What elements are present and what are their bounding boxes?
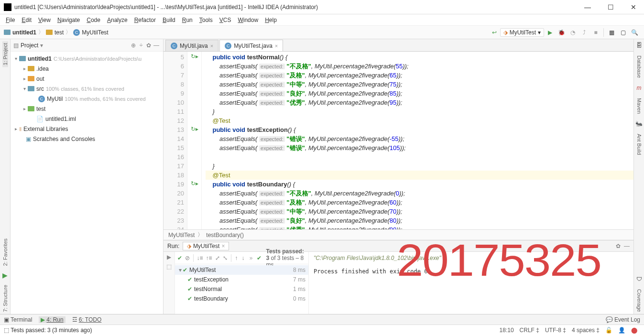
encoding[interactable]: UTF-8 ‡ — [545, 327, 566, 334]
settings-icon[interactable]: ✿ — [145, 42, 153, 49]
status-icon[interactable]: ⬚ — [4, 327, 9, 334]
tree-out[interactable]: ▸out — [11, 74, 163, 84]
run-settings-icon[interactable]: ✿ — [616, 243, 621, 249]
menu-refactor[interactable]: Refactor — [131, 16, 159, 24]
debug-button[interactable]: 🐞 — [557, 28, 566, 37]
layout-icon[interactable]: ▦ — [607, 28, 616, 37]
tree-external[interactable]: ▸⫴External Libraries — [11, 124, 163, 134]
terminal-tab[interactable]: ▣Terminal — [4, 316, 32, 323]
menu-vcs[interactable]: VCS — [217, 16, 234, 24]
menu-analyze[interactable]: Analyze — [104, 16, 131, 24]
rerun-icon[interactable]: ▶ — [167, 254, 171, 260]
gutter-markers[interactable]: ↻▸↻▸↻▸ — [187, 52, 202, 229]
hector-icon[interactable]: 👤 — [618, 327, 625, 334]
coverage-button[interactable]: ◔ — [568, 28, 578, 37]
test-row[interactable]: ✔testBoundary0 ms — [175, 294, 308, 303]
run-gutter-icon[interactable]: ↻▸ — [191, 53, 198, 60]
build-icon[interactable]: ↩ — [490, 28, 499, 37]
expand-icon[interactable]: ⤢ — [215, 253, 220, 263]
menu-edit[interactable]: Edit — [19, 16, 34, 24]
run-config-select[interactable]: ⬗ MyUtilTest ▾ — [500, 28, 544, 37]
project-tree[interactable]: ▾ untitled1 C:\Users\Administrator\IdeaP… — [11, 52, 163, 314]
show-passed-icon[interactable]: ✔ — [177, 253, 183, 263]
crumb-class[interactable]: MyUtilTest — [82, 29, 108, 36]
path-breadcrumb[interactable]: untitled1 〉 test 〉 C MyUtilTest — [4, 28, 109, 36]
minimize-button[interactable]: — — [581, 3, 594, 11]
maven-icon[interactable]: m — [637, 85, 642, 91]
editor-breadcrumb[interactable]: MyUtilTest 〉 testBoundary() — [164, 229, 633, 240]
line-sep[interactable]: CRLF ‡ — [520, 327, 539, 334]
tree-test[interactable]: ▸test — [11, 104, 163, 114]
code-editor[interactable]: 56789101112131415161718192021222324 ↻▸↻▸… — [164, 52, 633, 229]
window-icon[interactable]: ▢ — [618, 28, 628, 37]
project-tool-tab[interactable]: 1: Project — [2, 41, 8, 67]
tree-idea[interactable]: ▸.idea — [11, 64, 163, 74]
tree-src[interactable]: ▾src 100% classes, 61% lines covered — [11, 84, 163, 94]
run-gutter-icon[interactable]: ↻▸ — [191, 126, 198, 132]
crumb-folder[interactable]: test — [55, 29, 64, 36]
prev-icon[interactable]: ↑ — [234, 253, 239, 263]
test-tree[interactable]: ▾✔MyUtilTest8 ms✔testException7 ms✔testN… — [175, 264, 308, 314]
ant-tab[interactable]: Ant Build — [636, 132, 642, 157]
menu-code[interactable]: Code — [84, 16, 103, 24]
tree-scratch[interactable]: ▣Scratches and Consoles — [11, 134, 163, 144]
stop-button[interactable]: ■ — [591, 28, 600, 37]
favorites-tool-tab[interactable]: 2: Favorites — [2, 237, 8, 268]
alert-icon[interactable]: ⬤ — [631, 327, 637, 334]
code-lines[interactable]: public void testNormal() { assertEquals(… — [202, 52, 633, 229]
run-tab-bottom[interactable]: ▶ 4: Run — [39, 316, 65, 323]
crumb-project[interactable]: untitled1 — [12, 29, 36, 36]
menu-help[interactable]: Help — [262, 16, 280, 24]
run-strip-icon[interactable]: ▶ — [2, 271, 8, 279]
run-button[interactable]: ▶ — [545, 28, 555, 37]
run-output[interactable]: "C:\Program Files\Java\jdk1.8.0_102\bin\… — [309, 252, 633, 314]
close-button[interactable]: ✕ — [627, 3, 640, 11]
indent[interactable]: 4 spaces ‡ — [572, 327, 600, 334]
caret-position[interactable]: 18:10 — [500, 327, 514, 334]
menu-run[interactable]: Run — [179, 16, 196, 24]
menu-tools[interactable]: Tools — [196, 16, 216, 24]
tree-iml[interactable]: 📄untitled1.iml — [11, 114, 163, 124]
run-tab[interactable]: ⬗ MyUtilTest × — [183, 242, 229, 250]
hide-panel-icon[interactable]: — — [153, 42, 160, 49]
target-icon[interactable]: ⊕ — [130, 42, 137, 49]
crumb-class[interactable]: MyUtilTest — [168, 232, 195, 238]
collapse-icon[interactable]: ⤡ — [222, 253, 228, 263]
run-gutter-icon[interactable]: ↻▸ — [191, 180, 198, 187]
search-everywhere-icon[interactable]: 🔍 — [630, 28, 639, 37]
menu-view[interactable]: View — [35, 16, 54, 24]
menu-file[interactable]: File — [3, 16, 18, 24]
structure-tool-tab[interactable]: 7: Structure — [2, 283, 8, 314]
todo-tab[interactable]: ☲ 6: TODO — [72, 316, 102, 323]
project-icon — [4, 30, 11, 35]
tree-project-root[interactable]: ▾ untitled1 C:\Users\Administrator\IdeaP… — [11, 54, 163, 64]
stop-run-icon[interactable]: ⬚ — [166, 263, 172, 270]
coverage-icon[interactable]: 🛡 — [636, 276, 642, 282]
test-row[interactable]: ▾✔MyUtilTest8 ms — [175, 265, 308, 275]
menu-window[interactable]: Window — [235, 16, 261, 24]
readonly-icon[interactable]: 🔓 — [605, 327, 612, 334]
sort-icon[interactable]: ↓≡ — [196, 253, 203, 263]
show-ignored-icon[interactable]: ⊘ — [185, 253, 190, 263]
tree-myutil[interactable]: CMyUtil 100% methods, 61% lines covered — [11, 94, 163, 104]
class-icon: C — [73, 29, 80, 36]
collapse-icon[interactable]: ÷ — [137, 42, 145, 49]
menu-build[interactable]: Build — [160, 16, 178, 24]
test-row[interactable]: ✔testException7 ms — [175, 275, 308, 284]
maximize-button[interactable]: ☐ — [604, 3, 617, 11]
profile-button[interactable]: ⤴ — [579, 28, 589, 37]
coverage-tab[interactable]: Coverage — [636, 287, 642, 314]
next-icon[interactable]: ↓ — [240, 253, 245, 263]
database-tab[interactable]: Database — [636, 54, 642, 80]
crumb-method[interactable]: testBoundary() — [206, 232, 244, 238]
editor-tab[interactable]: CMyUtil.java× — [165, 40, 218, 51]
run-hide-icon[interactable]: — — [624, 243, 630, 249]
ant-icon[interactable]: 🐜 — [635, 120, 643, 127]
maven-tab[interactable]: Maven — [636, 96, 642, 116]
editor-tab[interactable]: CMyUtilTest.java× — [219, 40, 283, 51]
sort2-icon[interactable]: ↑≡ — [205, 253, 212, 263]
event-log-tab[interactable]: 💬Event Log — [606, 316, 640, 323]
menu-navigate[interactable]: Navigate — [55, 16, 83, 24]
test-row[interactable]: ✔testNormal1 ms — [175, 284, 308, 294]
db-icon[interactable]: 🗄 — [636, 42, 642, 49]
